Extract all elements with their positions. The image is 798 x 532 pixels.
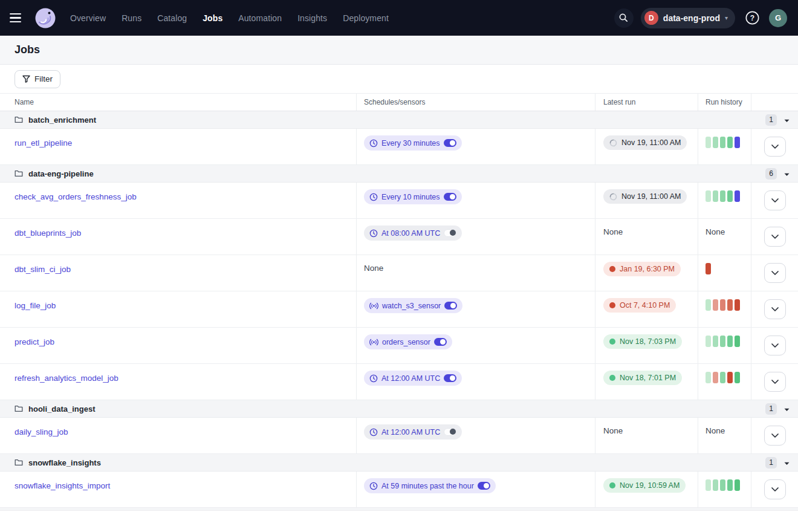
run-history-chip[interactable] <box>720 299 725 311</box>
schedule-toggle[interactable] <box>478 482 490 490</box>
chevron-down-icon <box>771 144 779 149</box>
run-history-chip[interactable] <box>720 137 725 148</box>
job-link[interactable]: refresh_analytics_model_job <box>15 374 118 383</box>
group-collapse-toggle[interactable] <box>784 457 790 468</box>
expand-row-button[interactable] <box>764 336 786 355</box>
nav-item-deployment[interactable]: Deployment <box>343 13 389 23</box>
expand-row-button[interactable] <box>764 372 786 392</box>
run-history-chip[interactable] <box>720 190 725 202</box>
run-history-chip[interactable] <box>735 190 740 202</box>
run-history-chip[interactable] <box>735 479 740 491</box>
hamburger-menu-icon[interactable] <box>10 10 25 26</box>
group-row[interactable]: hooli_data_ingest1 <box>0 400 798 418</box>
run-history-chip[interactable] <box>713 299 718 311</box>
run-history-chip[interactable] <box>720 479 725 491</box>
expand-row-button[interactable] <box>764 137 786 157</box>
schedule-badge[interactable]: Every 10 minutes <box>364 189 462 204</box>
latest-run-pill[interactable]: Jan 19, 6:30 PM <box>603 262 681 276</box>
sensor-toggle[interactable] <box>444 302 457 310</box>
run-history-chip[interactable] <box>720 336 725 347</box>
job-link[interactable]: run_etl_pipeline <box>15 138 72 148</box>
latest-run-cell: Nov 19, 10:59 AM <box>595 472 698 507</box>
sensor-toggle[interactable] <box>434 338 447 346</box>
schedule-toggle[interactable] <box>444 229 456 237</box>
sensor-badge[interactable]: watch_s3_sensor <box>364 298 462 313</box>
job-link[interactable]: dbt_slim_ci_job <box>15 265 71 274</box>
schedule-badge[interactable]: At 12:00 AM UTC <box>364 424 462 440</box>
run-history-chip[interactable] <box>706 372 711 383</box>
expand-row-button[interactable] <box>764 190 786 210</box>
schedule-badge[interactable]: At 59 minutes past the hour <box>364 478 496 493</box>
schedule-toggle[interactable] <box>444 428 456 436</box>
expand-row-button[interactable] <box>764 263 786 283</box>
run-history-chip[interactable] <box>727 137 733 148</box>
run-history-chip[interactable] <box>735 299 740 311</box>
expand-row-button[interactable] <box>764 227 786 247</box>
expand-row-button[interactable] <box>764 479 786 499</box>
search-button[interactable] <box>614 8 634 28</box>
job-link[interactable]: predict_job <box>15 337 54 346</box>
latest-run-pill[interactable]: Nov 18, 7:03 PM <box>603 334 682 349</box>
latest-run-pill[interactable]: Nov 19, 11:00 AM <box>603 189 687 204</box>
nav-item-overview[interactable]: Overview <box>70 13 106 23</box>
job-link[interactable]: log_file_job <box>15 301 56 310</box>
run-history-chip[interactable] <box>706 299 711 311</box>
group-collapse-toggle[interactable] <box>784 403 790 414</box>
nav-item-insights[interactable]: Insights <box>297 13 327 23</box>
run-history-chip[interactable] <box>727 190 733 202</box>
run-history-chip[interactable] <box>735 137 740 148</box>
user-avatar[interactable]: G <box>769 9 787 27</box>
job-link[interactable]: dbt_blueprints_job <box>15 229 81 238</box>
schedule-toggle[interactable] <box>444 193 456 201</box>
run-history-chip[interactable] <box>735 372 740 383</box>
nav-item-jobs[interactable]: Jobs <box>203 13 222 23</box>
job-link[interactable]: check_avg_orders_freshness_job <box>15 192 137 201</box>
latest-run-pill[interactable]: Nov 19, 10:59 AM <box>603 478 686 493</box>
latest-run-pill[interactable]: Nov 18, 7:01 PM <box>603 371 682 385</box>
latest-run-time: Nov 18, 7:01 PM <box>620 374 676 382</box>
run-history-chip[interactable] <box>706 137 711 148</box>
nav-item-automation[interactable]: Automation <box>238 13 282 23</box>
run-history-chip[interactable] <box>706 263 711 274</box>
expand-row-button[interactable] <box>764 426 786 446</box>
run-history-chip[interactable] <box>706 336 711 347</box>
latest-run-pill[interactable]: Oct 7, 4:10 PM <box>603 298 676 313</box>
run-history-chip[interactable] <box>713 190 718 202</box>
run-history-chip[interactable] <box>727 336 733 347</box>
deployment-switcher[interactable]: D data-eng-prod ▾ <box>641 8 735 28</box>
run-history-chip[interactable] <box>713 137 718 148</box>
run-history-chip[interactable] <box>713 479 718 491</box>
job-row: daily_sling_jobAt 12:00 AM UTCNoneNone <box>0 418 798 454</box>
run-history-chip[interactable] <box>735 336 740 347</box>
schedule-toggle[interactable] <box>444 139 456 147</box>
run-history-chip[interactable] <box>727 372 733 383</box>
job-link[interactable]: snowflake_insights_import <box>15 481 110 490</box>
schedule-badge[interactable]: At 12:00 AM UTC <box>364 371 462 386</box>
folder-icon <box>15 170 23 177</box>
run-history-chip[interactable] <box>720 372 725 383</box>
expand-row-button[interactable] <box>764 299 786 319</box>
run-history-chip[interactable] <box>713 372 718 383</box>
group-row[interactable]: data-eng-pipeline6 <box>0 165 798 183</box>
group-collapse-toggle[interactable] <box>784 168 790 179</box>
nav-item-runs[interactable]: Runs <box>122 13 141 23</box>
group-row[interactable]: batch_enrichment1 <box>0 111 798 129</box>
job-link[interactable]: daily_sling_job <box>15 427 68 436</box>
schedule-badge[interactable]: Every 30 minutes <box>364 135 462 151</box>
latest-run-pill[interactable]: Nov 19, 11:00 AM <box>603 135 687 150</box>
run-history-chip[interactable] <box>713 336 718 347</box>
job-row: log_file_jobwatch_s3_sensorOct 7, 4:10 P… <box>0 291 798 328</box>
dagster-logo-icon[interactable] <box>34 7 57 30</box>
filter-button[interactable]: Filter <box>15 70 60 88</box>
group-collapse-toggle[interactable] <box>784 114 790 125</box>
run-history-chip[interactable] <box>706 190 711 202</box>
schedule-badge[interactable]: At 08:00 AM UTC <box>364 225 462 241</box>
schedule-toggle[interactable] <box>444 374 456 382</box>
run-history-chip[interactable] <box>727 299 733 311</box>
group-row[interactable]: snowflake_insights1 <box>0 454 798 472</box>
sensor-badge[interactable]: orders_sensor <box>364 334 452 349</box>
help-button[interactable]: ? <box>742 8 762 28</box>
run-history-chip[interactable] <box>706 479 711 491</box>
nav-item-catalog[interactable]: Catalog <box>157 13 187 23</box>
run-history-chip[interactable] <box>727 479 733 491</box>
